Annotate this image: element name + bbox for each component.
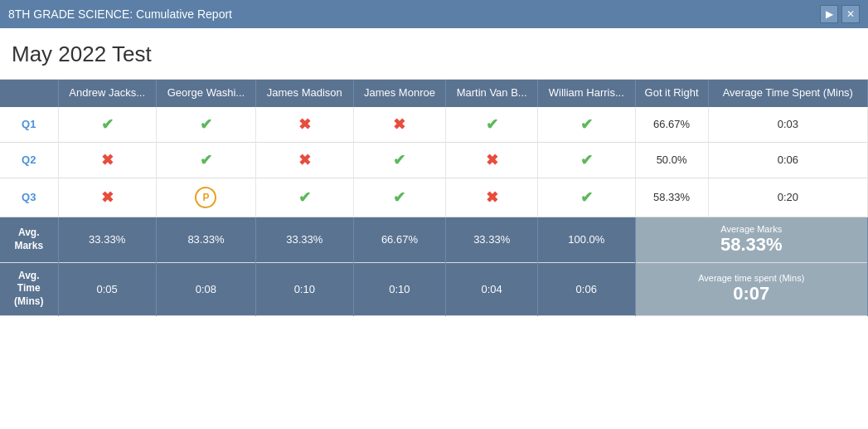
close-button[interactable]: ✕ <box>841 5 860 23</box>
avg-marks-col6: 100.0% <box>538 217 635 262</box>
cell-james-m: ✖ <box>256 142 354 178</box>
check-icon: ✔ <box>580 152 593 168</box>
avg-time-col6: 0:06 <box>538 262 635 315</box>
summary-avg-time-value: 0:07 <box>641 283 863 305</box>
page-title: May 2022 Test <box>0 28 868 80</box>
cell-got-right: 50.0% <box>635 142 708 178</box>
check-icon: ✔ <box>486 116 498 133</box>
cell-martin: ✖ <box>446 178 538 217</box>
check-icon: ✔ <box>393 189 405 206</box>
summary-avg-marks-label: Average Marks <box>641 224 863 234</box>
check-icon: ✔ <box>200 152 212 168</box>
cross-icon: ✖ <box>298 152 311 168</box>
col-header-george: George Washi... <box>156 80 255 107</box>
cross-icon: ✖ <box>393 116 405 133</box>
col-header-james-mo: James Monroe <box>353 80 446 107</box>
cell-martin: ✔ <box>446 107 538 143</box>
cross-icon: ✖ <box>101 189 114 206</box>
cell-james-mo: ✔ <box>353 178 446 217</box>
cell-andrew: ✖ <box>58 142 156 178</box>
table-header-row: Andrew Jacks... George Washi... James Ma… <box>0 80 868 107</box>
table-row: Q3 ✖ P ✔ ✔ ✖ ✔ 58.33% 0:20 <box>0 178 868 217</box>
cell-george: ✔ <box>156 142 255 178</box>
avg-marks-col2: 83.33% <box>156 217 255 262</box>
cell-got-right: 58.33% <box>635 178 708 217</box>
title-bar-controls: ▶ ✕ <box>820 5 860 23</box>
cell-avg-time: 0:06 <box>708 142 867 178</box>
check-icon: ✔ <box>101 116 114 133</box>
check-icon: ✔ <box>580 116 593 133</box>
col-header-james-m: James Madison <box>256 80 354 107</box>
avg-time-col1: 0:05 <box>58 262 156 315</box>
cell-andrew: ✖ <box>58 178 156 217</box>
col-header-andrew: Andrew Jacks... <box>58 80 156 107</box>
title-bar: 8TH GRADE SCIENCE: Cumulative Report ▶ ✕ <box>0 0 868 28</box>
col-header-avg-time: Average Time Spent (Mins) <box>708 80 867 107</box>
table-row: Q1 ✔ ✔ ✖ ✖ ✔ ✔ 66.67% 0:03 <box>0 107 868 143</box>
check-icon: ✔ <box>298 189 311 206</box>
col-header-got-right: Got it Right <box>635 80 708 107</box>
pending-icon: P <box>195 187 216 208</box>
col-header-label <box>0 80 58 107</box>
avg-time-label: Avg.Time (Mins) <box>0 262 58 315</box>
cell-william: ✔ <box>538 178 635 217</box>
avg-marks-col3: 33.33% <box>256 217 354 262</box>
avg-time-col2: 0:08 <box>156 262 255 315</box>
summary-avg-time-label: Average time spent (Mins) <box>641 273 863 283</box>
summary-avg-marks-cell: Average Marks 58.33% <box>635 217 868 262</box>
cell-william: ✔ <box>538 142 635 178</box>
cross-icon: ✖ <box>486 189 498 206</box>
cell-george: ✔ <box>156 107 255 143</box>
check-icon: ✔ <box>393 152 405 168</box>
cell-avg-time: 0:03 <box>708 107 867 143</box>
cell-james-m: ✔ <box>256 178 354 217</box>
cell-james-mo: ✔ <box>353 142 446 178</box>
check-icon: ✔ <box>200 116 212 133</box>
avg-time-col3: 0:10 <box>256 262 354 315</box>
col-header-martin: Martin Van B... <box>446 80 538 107</box>
table-container: Andrew Jacks... George Washi... James Ma… <box>0 80 868 316</box>
avg-marks-row: Avg.Marks 33.33% 83.33% 33.33% 66.67% 33… <box>0 217 868 262</box>
cell-george: P <box>156 178 255 217</box>
avg-time-row: Avg.Time (Mins) 0:05 0:08 0:10 0:10 0:04… <box>0 262 868 315</box>
cross-icon: ✖ <box>298 116 311 133</box>
summary-avg-time-cell: Average time spent (Mins) 0:07 <box>635 262 868 315</box>
table-row: Q2 ✖ ✔ ✖ ✔ ✖ ✔ 50.0% 0:06 <box>0 142 868 178</box>
title-bar-text: 8TH GRADE SCIENCE: Cumulative Report <box>8 7 232 21</box>
col-header-william: William Harris... <box>538 80 635 107</box>
cell-william: ✔ <box>538 107 635 143</box>
cell-avg-time: 0:20 <box>708 178 867 217</box>
check-icon: ✔ <box>580 189 593 206</box>
cell-andrew: ✔ <box>58 107 156 143</box>
cross-icon: ✖ <box>486 152 498 168</box>
row-label[interactable]: Q3 <box>0 178 58 217</box>
play-button[interactable]: ▶ <box>820 5 838 23</box>
results-table: Andrew Jacks... George Washi... James Ma… <box>0 80 868 316</box>
row-label[interactable]: Q1 <box>0 107 58 143</box>
cell-got-right: 66.67% <box>635 107 708 143</box>
cell-james-m: ✖ <box>256 107 354 143</box>
cell-james-mo: ✖ <box>353 107 446 143</box>
avg-time-col4: 0:10 <box>353 262 446 315</box>
summary-avg-marks-value: 58.33% <box>641 234 863 256</box>
cell-martin: ✖ <box>446 142 538 178</box>
avg-marks-col1: 33.33% <box>58 217 156 262</box>
avg-marks-col5: 33.33% <box>446 217 538 262</box>
row-label[interactable]: Q2 <box>0 142 58 178</box>
cross-icon: ✖ <box>101 152 114 168</box>
avg-marks-label: Avg.Marks <box>0 217 58 262</box>
avg-marks-col4: 66.67% <box>353 217 446 262</box>
avg-time-col5: 0:04 <box>446 262 538 315</box>
